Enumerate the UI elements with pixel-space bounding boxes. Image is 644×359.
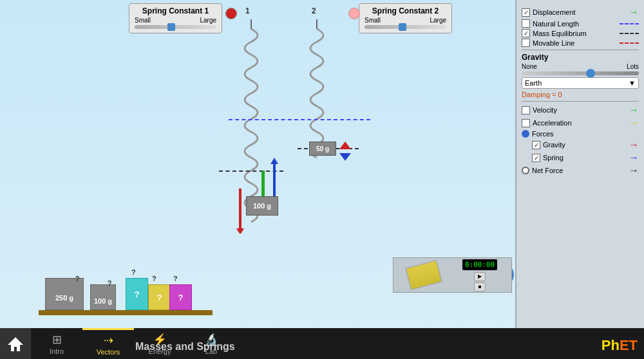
- svg-marker-5: [270, 158, 278, 164]
- gravity-sub-arrow-icon: →: [629, 139, 639, 151]
- intro-icon: ⊞: [52, 333, 62, 347]
- spring1-title: Spring Constant 1: [135, 6, 216, 15]
- mass-yellow[interactable]: ? ?: [148, 284, 171, 310]
- mass-yellow-label: ?: [157, 293, 162, 302]
- mass-100g[interactable]: 100 g: [246, 196, 278, 216]
- mass-equilibrium-label: Mass Equilibrium: [533, 30, 620, 37]
- mass-50g-label: 50 g: [316, 145, 329, 152]
- pink-button[interactable]: [348, 8, 360, 19]
- mass-equilibrium-checkbox[interactable]: [522, 29, 530, 37]
- mass-purple[interactable]: ? ?: [169, 284, 192, 310]
- spring2-slider-track[interactable]: [365, 25, 446, 29]
- spring2-title: Spring Constant 2: [365, 6, 446, 15]
- mass-cyan[interactable]: ? ?: [126, 278, 148, 310]
- mass-50g[interactable]: 50 g: [309, 142, 336, 156]
- mass-250g-label: 250 g: [55, 294, 73, 302]
- natural-length-row: Natural Length: [522, 19, 639, 28]
- control-panel: Displacement → Natural Length Mass Equil…: [515, 0, 644, 328]
- timer-reset-btn[interactable]: ■: [474, 282, 486, 291]
- divider-2: [522, 101, 639, 102]
- small-force-arrows: [339, 142, 351, 161]
- spring1-slider-track[interactable]: [135, 25, 216, 29]
- gravity-lots-label: Lots: [627, 63, 639, 70]
- mass-equilibrium-line-icon: [620, 33, 639, 34]
- divider-1: [522, 50, 639, 50]
- natural-length-label: Natural Length: [533, 20, 620, 28]
- spring-constant-1-box: Spring Constant 1 Small Large: [129, 3, 222, 33]
- timer-play-btn[interactable]: ▶: [474, 272, 486, 281]
- svg-marker-7: [236, 228, 244, 234]
- net-force-arrow-icon: →: [629, 165, 639, 176]
- natural-length-line: [229, 119, 370, 120]
- svg-marker-9: [339, 153, 351, 161]
- gravity-slider[interactable]: [522, 71, 639, 75]
- gravity-sub-row: Gravity →: [532, 139, 639, 151]
- simulation-area: Spring Constant 1 Small Large 1 2 Spring…: [0, 0, 515, 328]
- velocity-checkbox[interactable]: [522, 106, 530, 115]
- mass-shelf: [39, 310, 213, 315]
- spring2-slider-thumb[interactable]: [399, 23, 406, 31]
- gravity-slider-thumb[interactable]: [586, 69, 595, 78]
- tab-vectors[interactable]: ⇢ Vectors: [82, 328, 134, 359]
- spring2-small: Small: [365, 17, 381, 24]
- intro-label: Intro: [50, 347, 64, 355]
- spring-constant-2-box: Spring Constant 2 Small Large: [359, 3, 452, 33]
- vectors-label: Vectors: [97, 348, 120, 356]
- net-force-radio[interactable]: [522, 167, 529, 174]
- spring1-slider-thumb[interactable]: [167, 23, 175, 31]
- movable-line-icon: [620, 42, 639, 44]
- displacement-arrow-icon: →: [629, 6, 639, 18]
- acceleration-row: Acceleration →: [522, 117, 639, 129]
- mass-100g-shelf-label: 100 g: [94, 297, 112, 305]
- gravity-preset-chevron: ▼: [629, 79, 636, 87]
- spring-sub-arrow-icon: →: [629, 152, 639, 163]
- spring1-number: 1: [245, 6, 250, 15]
- acceleration-checkbox[interactable]: [522, 119, 530, 127]
- mass-250g-question: ?: [75, 275, 80, 282]
- displacement-checkbox[interactable]: [522, 8, 530, 17]
- spring1-small: Small: [135, 17, 151, 24]
- spring-sub-checkbox[interactable]: [532, 154, 540, 162]
- acceleration-arrow-icon: →: [629, 117, 639, 129]
- mass-100g-shelf-question: ?: [108, 279, 112, 287]
- spring2-visual: [298, 19, 336, 161]
- natural-length-checkbox[interactable]: [522, 19, 530, 28]
- spring2-number: 2: [312, 6, 316, 15]
- timer-display: 0:00:00: [462, 259, 497, 270]
- gravity-title: Gravity: [522, 53, 639, 62]
- damping-label: Damping = 0: [522, 91, 639, 98]
- home-button[interactable]: [0, 328, 31, 359]
- gravity-preset-label: Earth: [525, 79, 542, 87]
- natural-length-line-icon: [620, 23, 639, 24]
- forces-label: Forces: [532, 130, 639, 138]
- gravity-none-label: None: [522, 63, 537, 70]
- movable-line-checkbox[interactable]: [522, 39, 530, 47]
- net-force-label: Net Force: [532, 167, 629, 174]
- mass-equilibrium-row: Mass Equilibrium: [522, 29, 639, 37]
- gravity-preset-select[interactable]: Earth ▼: [522, 77, 639, 89]
- app-title: Masses and Springs: [135, 341, 235, 353]
- mass-100g-label: 100 g: [253, 202, 271, 210]
- net-force-row: Net Force →: [522, 165, 639, 176]
- ruler-icon[interactable]: [405, 260, 442, 290]
- gravity-sub-checkbox[interactable]: [532, 141, 540, 149]
- mass-cyan-label: ?: [135, 290, 140, 299]
- velocity-row: Velocity →: [522, 104, 639, 116]
- mass-purple-question: ?: [173, 275, 178, 282]
- red-button[interactable]: [225, 8, 237, 19]
- mass-purple-label: ?: [178, 293, 184, 302]
- mass-cyan-question: ?: [131, 268, 136, 276]
- mass-yellow-question: ?: [152, 275, 156, 282]
- mass-100g-shelf[interactable]: ? 100 g: [90, 284, 116, 310]
- timer-area: 0:00:00 ▶ ■: [393, 257, 512, 293]
- mass-250g[interactable]: ? 250 g: [45, 278, 84, 310]
- acceleration-label: Acceleration: [533, 119, 629, 127]
- svg-marker-8: [339, 142, 351, 149]
- timer-buttons: ▶ ■: [474, 272, 486, 291]
- forces-row: Forces: [522, 130, 639, 138]
- forces-radio[interactable]: [522, 130, 529, 138]
- bottom-navigation: ⊞ Intro ⇢ Vectors ⚡ Energy 🔬 Lab Masses …: [0, 328, 644, 359]
- tab-intro[interactable]: ⊞ Intro: [31, 328, 82, 359]
- vectors-icon: ⇢: [104, 333, 113, 347]
- phet-logo: PhET: [601, 337, 638, 354]
